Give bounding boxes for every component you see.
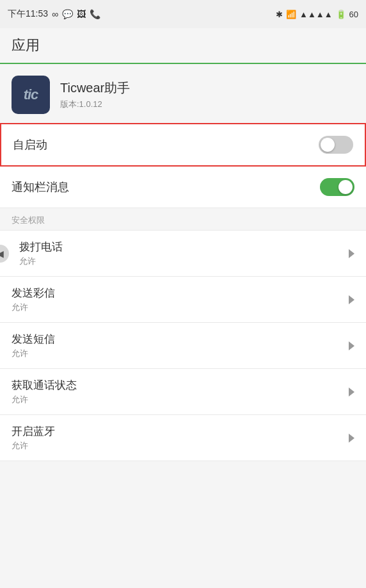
status-right: ✱ 📶 ▲▲▲▲ 🔋 60 (276, 10, 358, 19)
notification-row: 通知栏消息 (0, 167, 366, 208)
auto-start-toggle[interactable] (319, 136, 353, 154)
settings-list: 自启动 通知栏消息 安全权限 ◀ 拨打电话 允许 发送彩信 允许 发送短信 允 (0, 123, 366, 461)
battery-level: 60 (349, 10, 358, 19)
permission-info-call-state: 获取通话状态 允许 (12, 378, 77, 405)
permission-name-call: 拨打电话 (19, 240, 63, 254)
chevron-icon-call (349, 249, 354, 258)
chevron-icon-call-state (349, 388, 354, 396)
permission-info-bluetooth: 开启蓝牙 允许 (12, 424, 55, 452)
title-bar: 应用 (0, 28, 366, 64)
signal-icon: ▲▲▲▲ (299, 10, 332, 19)
notification-toggle-knob (338, 180, 353, 194)
battery-icon: 🔋 (336, 10, 346, 19)
app-icon: tic (12, 76, 50, 114)
status-left: 下午11:53 ∞ 💬 🖼 📞 (8, 8, 100, 20)
bluetooth-icon: ✱ (276, 10, 283, 19)
permission-name-bluetooth: 开启蓝牙 (12, 424, 55, 439)
permission-info-call: 拨打电话 允许 (19, 240, 63, 267)
permission-status-mms: 允许 (12, 302, 55, 313)
wifi-icon: 📶 (286, 10, 296, 19)
permission-status-bluetooth: 允许 (12, 440, 55, 452)
permission-name-call-state: 获取通话状态 (12, 378, 77, 393)
permission-row-call-state[interactable]: 获取通话状态 允许 (0, 369, 366, 415)
permission-row-bluetooth[interactable]: 开启蓝牙 允许 (0, 415, 366, 461)
time: 下午11:53 (8, 8, 48, 20)
call-icon: 📞 (90, 9, 100, 19)
message-icon: 💬 (62, 9, 73, 19)
infinity-icon: ∞ (52, 9, 58, 19)
permission-status-sms: 允许 (12, 348, 55, 359)
notification-toggle[interactable] (320, 178, 354, 196)
permission-status-call: 允许 (19, 256, 63, 267)
chevron-icon-sms (349, 341, 354, 350)
security-section-label: 安全权限 (12, 215, 45, 225)
permission-row-sms[interactable]: 发送短信 允许 (0, 323, 366, 369)
permission-name-sms: 发送短信 (12, 332, 55, 347)
permission-info-sms: 发送短信 允许 (12, 332, 55, 359)
notification-label: 通知栏消息 (12, 179, 69, 195)
app-icon-text: tic (24, 86, 38, 103)
app-name: Ticwear助手 (60, 79, 130, 97)
status-bar: 下午11:53 ∞ 💬 🖼 📞 ✱ 📶 ▲▲▲▲ 🔋 60 (0, 0, 366, 28)
permission-name-mms: 发送彩信 (12, 286, 55, 300)
permission-info-mms: 发送彩信 允许 (12, 286, 55, 313)
app-version: 版本:1.0.12 (60, 99, 130, 110)
security-section-header: 安全权限 (0, 208, 366, 231)
image-icon: 🖼 (77, 9, 86, 19)
app-info-section: tic Ticwear助手 版本:1.0.12 (0, 64, 366, 123)
chevron-icon-mms (349, 295, 354, 304)
permission-row-mms[interactable]: 发送彩信 允许 (0, 277, 366, 323)
chevron-icon-bluetooth (349, 434, 354, 443)
auto-start-toggle-knob (321, 138, 335, 152)
app-details: Ticwear助手 版本:1.0.12 (60, 79, 130, 110)
page-title: 应用 (12, 36, 40, 55)
auto-start-row: 自启动 (0, 123, 366, 167)
permission-status-call-state: 允许 (12, 394, 77, 405)
auto-start-label: 自启动 (13, 137, 47, 152)
back-button[interactable]: ◀ (0, 245, 9, 263)
permission-row-call[interactable]: ◀ 拨打电话 允许 (0, 231, 366, 277)
